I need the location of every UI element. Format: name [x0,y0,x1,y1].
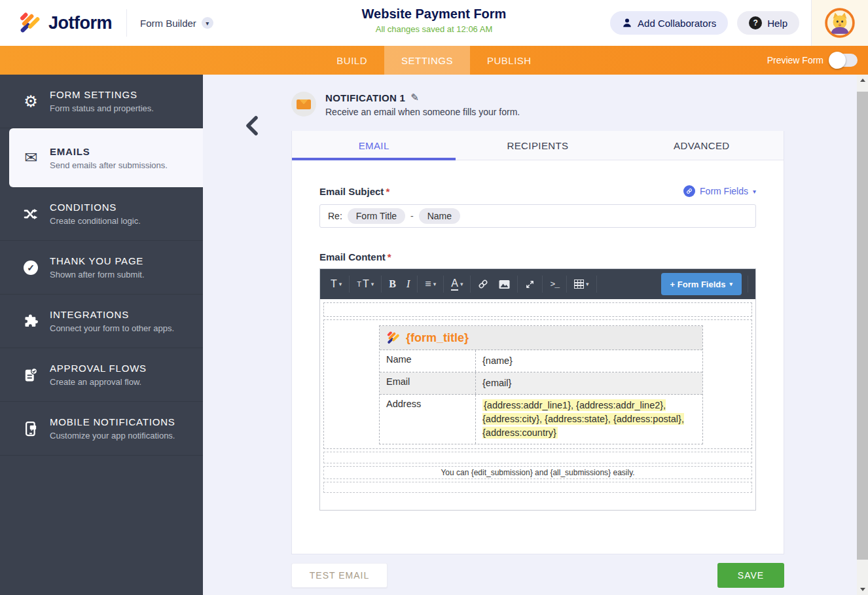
sidebar-item-label: APPROVAL FLOWS [50,363,147,374]
sidebar-item-approval-flows[interactable]: APPROVAL FLOWS Create an approval flow. [0,348,203,402]
text-color-icon[interactable]: A▾ [446,274,468,294]
required-asterisk: * [388,251,391,262]
scrollbar-thumb[interactable] [857,92,868,560]
notification-title: NOTIFICATION 1 [325,92,405,103]
form-fields-dropdown[interactable]: Form Fields ▾ [683,185,756,197]
form-builder-screen: Jotform Form Builder ▾ Website Payment F… [0,0,868,595]
form-fields-insert-button[interactable]: + Form Fields▾ [661,273,742,295]
subject-chip-form-title[interactable]: Form Title [348,208,405,224]
add-collaborators-button[interactable]: Add Collaborators [610,11,728,35]
jotform-logo-icon [386,331,401,345]
sidebar-item-description: Connect your form to other apps. [50,323,174,333]
footer-text-block[interactable]: You can {edit_submission} and {all_submi… [323,466,752,479]
notification-subtitle: Receive an email when someone fills your… [325,107,520,117]
sidebar-item-description: Create conditional logic. [50,216,141,226]
product-label: Form Builder [140,18,196,29]
sidebar-item-form-settings[interactable]: ⚙ FORM SETTINGS Form status and properti… [0,75,203,128]
sidebar-item-label: EMAILS [50,146,168,157]
nav-tab-publish[interactable]: PUBLISH [470,46,549,75]
email-preview-table[interactable]: {form_title} Name {name} Email {email} [379,325,703,444]
empty-content-block[interactable] [323,452,752,463]
question-icon: ? [749,16,762,29]
shuffle-icon [21,208,41,220]
vertical-scrollbar[interactable] [857,75,868,595]
notification-email-icon [291,92,316,117]
tab-recipients[interactable]: RECIPIENTS [456,131,619,160]
add-collaborators-label: Add Collaborators [638,18,716,29]
tab-advanced[interactable]: ADVANCED [620,131,784,160]
nav-tab-settings[interactable]: SETTINGS [384,46,470,75]
preview-form-toggle[interactable] [830,54,858,67]
preview-header-row[interactable]: {form_title} [380,326,702,350]
chevron-down-icon: ▾ [753,188,756,195]
logo-text: Jotform [48,13,112,33]
check-circle-icon: ✓ [21,261,41,275]
table-row[interactable]: Name {name} [380,350,702,372]
table-row[interactable]: Address {address:addr_line1}, {address:a… [380,395,702,444]
scroll-down-arrow[interactable] [857,584,868,595]
sidebar-item-emails[interactable]: ✉ EMAILS Send emails after submissions. [9,128,203,187]
italic-icon[interactable]: I [401,274,415,294]
scroll-up-arrow[interactable] [857,75,868,86]
help-button[interactable]: ? Help [737,11,799,35]
sidebar-item-description: Send emails after submissions. [50,160,168,170]
nav-tab-build[interactable]: BUILD [319,46,384,75]
settings-sidebar: ⚙ FORM SETTINGS Form status and properti… [0,75,203,595]
font-size-icon[interactable]: TT▾ [352,274,379,294]
test-email-button[interactable]: TEST EMAIL [291,563,388,588]
link-badge-icon [683,185,695,197]
sidebar-item-label: FORM SETTINGS [50,89,154,100]
chevron-down-icon: ▾ [202,17,213,29]
image-icon[interactable] [494,274,515,294]
tab-email[interactable]: EMAIL [292,131,456,160]
help-label: Help [767,18,787,29]
email-body-editor[interactable]: {form_title} Name {name} Email {email} [320,299,755,510]
edit-pencil-icon[interactable]: ✎ [410,92,419,103]
subject-chip-name[interactable]: Name [419,208,460,224]
empty-content-block[interactable] [323,482,752,493]
expand-icon[interactable] [520,274,540,294]
save-button[interactable]: SAVE [717,563,784,588]
email-tabs: EMAIL RECIPIENTS ADVANCED [292,131,784,160]
notification-header: NOTIFICATION 1 ✎ Receive an email when s… [291,92,520,117]
row-value: {address:addr_line1}, {address:addr_line… [475,395,702,444]
row-label: Address [380,395,475,444]
main-panel: NOTIFICATION 1 ✎ Receive an email when s… [203,75,857,595]
puzzle-icon [21,314,41,329]
avatar[interactable] [825,8,855,38]
editor-toolbar: T▾ TT▾ B I ≡▾ A▾ [320,269,755,299]
link-icon[interactable] [473,274,494,294]
row-value: {name} [475,350,702,372]
envelope-icon: ✉ [21,150,41,166]
sidebar-item-label: CONDITIONS [50,202,141,213]
bold-icon[interactable]: B [384,274,401,294]
table-row[interactable]: Email {email} [380,372,702,395]
gear-icon: ⚙ [21,94,41,109]
sidebar-item-label: INTEGRATIONS [50,309,174,320]
required-asterisk: * [386,186,389,197]
sidebar-item-mobile-notifications[interactable]: MOBILE NOTIFICATIONS Customize your app … [0,402,203,456]
email-content-editor: T▾ TT▾ B I ≡▾ A▾ [319,268,756,511]
sidebar-item-description: Form status and properties. [50,103,154,113]
font-family-icon[interactable]: T▾ [325,274,347,294]
subject-prefix: Re: [328,211,342,221]
sidebar-item-conditions[interactable]: CONDITIONS Create conditional logic. [0,187,203,241]
jotform-logo-icon [18,11,42,35]
mobile-phone-icon [21,421,41,437]
email-content-label: Email Content* [319,251,756,262]
sidebar-item-description: Create an approval flow. [50,377,147,387]
back-button[interactable] [244,115,263,137]
empty-content-block[interactable] [323,302,752,317]
email-subject-input[interactable]: Re: Form Title - Name [319,204,756,228]
code-view-icon[interactable]: >_ [545,274,564,294]
header-divider [126,9,127,37]
sidebar-item-integrations[interactable]: INTEGRATIONS Connect your form to other … [0,295,203,348]
sidebar-item-label: MOBILE NOTIFICATIONS [50,416,175,427]
sidebar-item-thank-you-page[interactable]: ✓ THANK YOU PAGE Shown after form submit… [0,241,203,295]
table-icon[interactable]: ▾ [569,274,594,294]
align-left-icon[interactable]: ≡▾ [420,274,441,294]
email-settings-card: EMAIL RECIPIENTS ADVANCED Email Subject* [291,131,784,554]
jotform-logo[interactable]: Jotform [18,11,112,35]
email-preview-block[interactable]: {form_title} Name {name} Email {email} [323,319,752,449]
product-switcher[interactable]: Form Builder ▾ [140,17,213,29]
